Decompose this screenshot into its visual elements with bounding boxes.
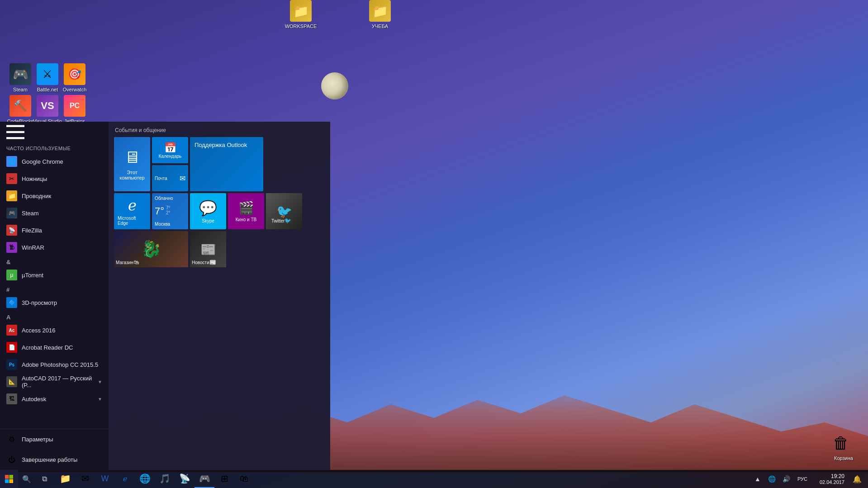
news-footer: Новости 📰 bbox=[192, 259, 216, 265]
skype-icon: 💬 bbox=[199, 199, 217, 217]
taskbar-app-multitask[interactable]: ⊞ bbox=[214, 470, 234, 488]
autocad-app-icon: 📐 bbox=[6, 376, 17, 387]
battlenet-icon: ⚔ bbox=[37, 63, 58, 85]
steam-taskbar-icon: 🎮 bbox=[199, 473, 210, 484]
moon-decoration bbox=[321, 72, 348, 99]
tile-outlook-support[interactable]: Поддержка Outlook bbox=[190, 137, 263, 191]
settings-label: Параметры bbox=[22, 436, 53, 443]
filezilla-app-name: FileZilla bbox=[22, 227, 42, 234]
autodesk-expand-arrow: ▼ bbox=[98, 397, 102, 402]
search-icon: 🔍 bbox=[22, 475, 31, 483]
tile-this-computer[interactable]: 🖥 Этот компьютер bbox=[114, 137, 150, 191]
desktop: 🎮 Steam ⚔ Battle.net 🎯 Overwatch 🔨 CodeB… bbox=[0, 0, 868, 488]
battlenet-label: Battle.net bbox=[37, 87, 58, 93]
tile-twitter[interactable]: 🐦 Twitter 🐦 bbox=[266, 193, 302, 229]
start-app-utorrent[interactable]: μ µTorrent bbox=[0, 266, 109, 284]
power-label: Завершение работы bbox=[22, 456, 77, 463]
start-menu-left-panel: Часто используемые 🌐 Google Chrome ✂ Нож… bbox=[0, 122, 109, 470]
notification-center-button[interactable]: 🔔 bbox=[850, 470, 864, 488]
start-app-photoshop[interactable]: Ps Adobe Photoshop CC 2015.5 bbox=[0, 356, 109, 373]
tile-edge[interactable]: ℯ Microsoft Edge bbox=[114, 193, 150, 229]
calendar-icon: 📅 bbox=[164, 142, 176, 154]
frequent-section-title: Часто используемые bbox=[0, 142, 109, 153]
store-label: Магазин bbox=[116, 260, 133, 265]
start-app-chrome[interactable]: 🌐 Google Chrome bbox=[0, 153, 109, 170]
scissors-app-name: Ножницы bbox=[22, 175, 47, 182]
store-footer: Магазин 🛍 bbox=[116, 259, 139, 265]
start-app-steam[interactable]: 🎮 Steam bbox=[0, 204, 109, 222]
start-app-scissors[interactable]: ✂ Ножницы bbox=[0, 170, 109, 187]
show-hidden-icons-button[interactable]: ▲ bbox=[751, 470, 764, 488]
explorer-taskbar-icon: 📁 bbox=[60, 473, 71, 484]
taskbar-app-groove[interactable]: 🎵 bbox=[155, 470, 175, 488]
utorrent-app-name: µTorrent bbox=[22, 272, 43, 279]
start-app-3d[interactable]: 🔷 3D-просмотр bbox=[0, 294, 109, 311]
desktop-icon-overwatch[interactable]: 🎯 Overwatch bbox=[57, 63, 93, 93]
winrar-app-name: WinRAR bbox=[22, 244, 44, 251]
taskbar-app-store[interactable]: 🛍 bbox=[234, 470, 254, 488]
tile-news[interactable]: 📰 Новости 📰 bbox=[190, 231, 226, 267]
utorrent-app-icon: μ bbox=[6, 270, 17, 280]
taskbar-app-edge[interactable]: ℯ bbox=[115, 470, 135, 488]
tile-store[interactable]: 🐉 Магазин 🛍 bbox=[114, 231, 188, 267]
filezilla-taskbar-icon: 📡 bbox=[179, 473, 190, 484]
overwatch-label: Overwatch bbox=[63, 87, 87, 93]
tile-mail-outlook[interactable]: Почта ✉ bbox=[152, 165, 188, 191]
steam-icon: 🎮 bbox=[9, 63, 31, 85]
desktop-icon-ucheba[interactable]: 📁 УЧЕБА bbox=[362, 0, 398, 29]
settings-button[interactable]: ⚙ Параметры bbox=[0, 429, 109, 450]
taskbar-app-chrome[interactable]: 🌐 bbox=[135, 470, 155, 488]
outlook-support-title: Поддержка Outlook bbox=[194, 142, 247, 148]
start-app-winrar[interactable]: 🗜 WinRAR bbox=[0, 239, 109, 256]
start-app-filezilla[interactable]: 📡 FileZilla bbox=[0, 222, 109, 239]
tiles-row-1: 🖥 Этот компьютер 📅 Календарь Почта ✉ bbox=[114, 137, 325, 191]
twitter-label: Twitter bbox=[271, 218, 285, 223]
start-app-autocad[interactable]: 📐 AutoCAD 2017 — Русский (Р... ▼ bbox=[0, 373, 109, 390]
tile-movies[interactable]: 🎬 Кино и ТВ bbox=[228, 193, 264, 229]
taskbar-app-word[interactable]: W bbox=[95, 470, 115, 488]
access-app-icon: Ac bbox=[6, 325, 17, 336]
start-app-explorer[interactable]: 📁 Проводник bbox=[0, 187, 109, 204]
steam-app-icon: 🎮 bbox=[6, 208, 17, 218]
chevron-up-icon: ▲ bbox=[754, 475, 761, 483]
ucheba-icon: 📁 bbox=[369, 0, 391, 22]
tile-calendar[interactable]: 📅 Календарь bbox=[152, 137, 188, 163]
tile-skype[interactable]: 💬 Skype bbox=[190, 193, 226, 229]
taskbar-app-filezilla[interactable]: 📡 bbox=[175, 470, 194, 488]
taskbar-app-mail[interactable]: ✉ bbox=[75, 470, 95, 488]
winrar-app-icon: 🗜 bbox=[6, 242, 17, 253]
language-indicator[interactable]: РУС bbox=[795, 476, 810, 482]
taskbar-app-explorer[interactable]: 📁 bbox=[55, 470, 75, 488]
start-button[interactable] bbox=[0, 470, 18, 488]
volume-icon[interactable]: 🔊 bbox=[780, 470, 793, 488]
clock-time: 19:20 bbox=[831, 473, 844, 479]
svg-rect-1 bbox=[6, 131, 24, 133]
start-app-autodesk[interactable]: 🏗 Autodesk ▼ bbox=[0, 390, 109, 407]
desktop-icon-workspace[interactable]: 📁 WORKSPACE bbox=[283, 0, 319, 29]
codeblocks-icon: 🔨 bbox=[9, 95, 31, 117]
alpha-a: A bbox=[0, 311, 109, 322]
task-view-button[interactable]: ⧉ bbox=[35, 470, 53, 488]
taskbar-clock[interactable]: 19:20 02.04.2017 bbox=[812, 473, 848, 485]
acrobat-app-icon: 📄 bbox=[6, 342, 17, 353]
power-button[interactable]: ⏻ Завершение работы bbox=[0, 450, 109, 470]
chrome-app-icon: 🌐 bbox=[6, 156, 17, 167]
chrome-taskbar-icon: 🌐 bbox=[139, 473, 151, 484]
explorer-app-icon: 📁 bbox=[6, 190, 17, 201]
start-app-acrobat[interactable]: 📄 Acrobat Reader DC bbox=[0, 339, 109, 356]
start-menu-bottom: ⚙ Параметры ⏻ Завершение работы bbox=[0, 429, 109, 470]
recycle-bin[interactable]: 🗑 Корзина bbox=[833, 434, 854, 461]
system-tray: ▲ 🌐 🔊 РУС 19:20 02.04.2017 🔔 bbox=[748, 470, 868, 488]
hamburger-button[interactable] bbox=[6, 122, 24, 142]
taskbar-search[interactable]: 🔍 bbox=[18, 470, 35, 488]
start-menu-tiles-panel: События и общение 🖥 Этот компьютер 📅 Кал… bbox=[109, 122, 330, 470]
weather-status: Облачно bbox=[155, 196, 173, 201]
tile-weather[interactable]: Облачно 7° 7°2° Москва bbox=[152, 193, 188, 229]
taskbar-app-steam[interactable]: 🎮 bbox=[194, 470, 214, 488]
workspace-label: WORKSPACE bbox=[285, 24, 317, 29]
start-app-access[interactable]: Ac Access 2016 bbox=[0, 322, 109, 339]
weather-temp: 7° bbox=[155, 205, 164, 217]
svg-rect-2 bbox=[6, 137, 24, 139]
network-icon[interactable]: 🌐 bbox=[766, 470, 778, 488]
vstudio-icon: VS bbox=[37, 95, 58, 117]
